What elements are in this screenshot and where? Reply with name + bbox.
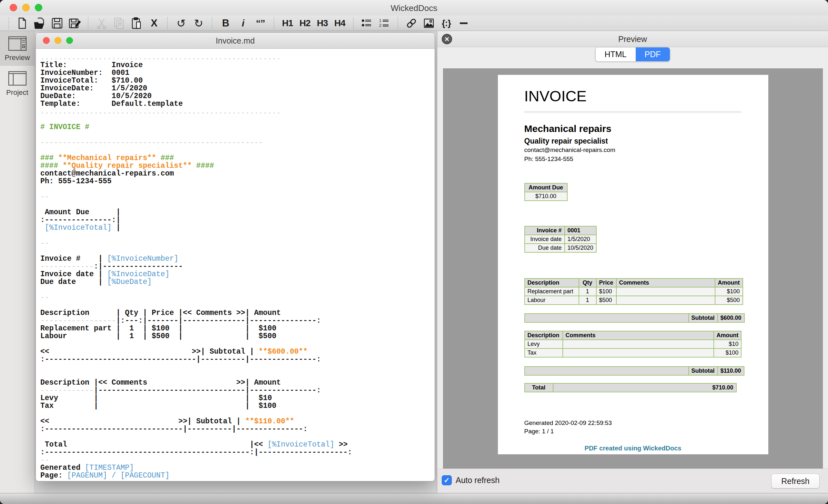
pdf-heading-rule bbox=[524, 111, 741, 113]
pdf-table-cell: Replacement part bbox=[525, 287, 579, 296]
pdf-table-cell: Amount bbox=[714, 331, 742, 340]
heading3-button[interactable]: H3 bbox=[314, 16, 331, 30]
pdf-phone: Ph: 555-1234-555 bbox=[524, 156, 573, 163]
pdf-table-cell bbox=[616, 287, 715, 296]
code-snippet-icon-label: {:} bbox=[442, 18, 451, 29]
editor-window: Invoice.md .............................… bbox=[36, 32, 435, 481]
pdf-table-cell: $500 bbox=[715, 296, 743, 305]
heading4-button-label: H4 bbox=[334, 18, 345, 29]
subtotal-value: $600.00 bbox=[718, 313, 744, 322]
pdf-items-subtotal-bar: Subtotal $600.00 bbox=[524, 313, 745, 323]
subtotal-label: Subtotal bbox=[689, 367, 718, 375]
total-value: $710.00 bbox=[553, 383, 736, 392]
pdf-table-cell: Price bbox=[596, 279, 616, 287]
pdf-page: INVOICE Mechanical repairs Quality repai… bbox=[498, 75, 768, 454]
blockquote-icon[interactable]: “” bbox=[252, 16, 269, 30]
pdf-table-cell: 10/5/2020 bbox=[565, 244, 596, 252]
sidebar: PreviewProject bbox=[0, 31, 35, 493]
delete-icon[interactable]: X bbox=[145, 16, 163, 30]
undo-icon-label: ↺ bbox=[176, 17, 185, 30]
save-icon[interactable] bbox=[48, 16, 66, 30]
svg-text:2: 2 bbox=[379, 23, 381, 28]
italic-icon[interactable]: i bbox=[234, 16, 252, 30]
heading2-button-label: H2 bbox=[299, 18, 310, 29]
save-as-icon[interactable] bbox=[66, 16, 83, 30]
preview-bottombar: ✓ Auto refresh Refresh bbox=[437, 468, 828, 493]
pdf-total-bar: Total $710.00 bbox=[524, 383, 737, 392]
toolbar-separator bbox=[398, 17, 398, 29]
pdf-table-cell: 1 bbox=[579, 296, 596, 305]
toolbar-separator bbox=[212, 17, 212, 29]
preview-title: Preview bbox=[437, 35, 828, 44]
main-window: WickedDocs X↺↻Bi“”H1H2H3H412{:} PreviewP… bbox=[0, 0, 828, 504]
toolbar-separator bbox=[353, 17, 354, 29]
auto-refresh-control[interactable]: ✓ Auto refresh bbox=[442, 475, 499, 485]
pdf-table-cell: Comments bbox=[563, 331, 714, 340]
bold-icon-label: B bbox=[222, 17, 229, 29]
toolbar-separator bbox=[88, 17, 88, 29]
pdf-company-name: Mechanical repairs bbox=[524, 123, 612, 134]
new-document-icon[interactable] bbox=[13, 16, 31, 30]
pdf-table-cell bbox=[563, 340, 714, 348]
open-document-icon[interactable] bbox=[31, 16, 48, 30]
pdf-table-cell: 0001 bbox=[565, 226, 596, 235]
pdf-table-cell: Description bbox=[525, 331, 563, 340]
preview-mode-segmented-control: HTML PDF bbox=[595, 47, 670, 61]
pdf-table-cell: 1/5/2020 bbox=[565, 235, 596, 244]
pdf-table-cell: Invoice date bbox=[525, 235, 565, 244]
image-icon[interactable] bbox=[420, 16, 438, 30]
tab-html[interactable]: HTML bbox=[595, 47, 635, 61]
editor-body: ........................................… bbox=[36, 49, 434, 481]
editor-content[interactable]: ........................................… bbox=[36, 49, 434, 481]
pdf-table-cell: $10 bbox=[714, 340, 742, 348]
document-title: Invoice.md bbox=[36, 36, 434, 45]
copy-icon bbox=[110, 16, 128, 30]
amount-due-value: $710.00 bbox=[525, 192, 567, 201]
pdf-table-cell: Qty bbox=[579, 279, 596, 287]
pdf-table-cell: Due date bbox=[525, 244, 565, 252]
pdf-fees-table: DescriptionCommentsAmountLevy$10Tax$100 bbox=[524, 331, 742, 358]
sidebar-item-project[interactable]: Project bbox=[0, 66, 35, 101]
pdf-table-cell bbox=[563, 348, 714, 357]
preview-header: ✕ Preview bbox=[437, 31, 828, 47]
heading2-button[interactable]: H2 bbox=[296, 16, 314, 30]
auto-refresh-label: Auto refresh bbox=[456, 475, 499, 485]
main-titlebar: WickedDocs bbox=[0, 0, 828, 15]
bullet-list-icon[interactable] bbox=[358, 16, 376, 30]
pdf-invoice-meta-table: Invoice #0001Invoice date1/5/2020Due dat… bbox=[524, 226, 597, 253]
toolbar-separator bbox=[274, 17, 274, 29]
heading1-button[interactable]: H1 bbox=[279, 16, 296, 30]
pdf-table-cell bbox=[616, 296, 715, 305]
sidebar-item-label: Project bbox=[0, 88, 35, 97]
cut-icon bbox=[93, 16, 110, 30]
toolbar-separator bbox=[167, 17, 168, 29]
pdf-table-cell: $100 bbox=[714, 348, 742, 357]
toolbar-separator bbox=[8, 17, 9, 29]
pdf-amount-due-table: Amount Due $710.00 bbox=[524, 183, 568, 201]
amount-due-header: Amount Due bbox=[525, 183, 567, 192]
pdf-tagline: Quality repair specialist bbox=[524, 137, 608, 145]
tab-pdf[interactable]: PDF bbox=[636, 47, 670, 61]
sidebar-item-preview[interactable]: Preview bbox=[0, 31, 35, 66]
horizontal-rule-icon[interactable] bbox=[455, 16, 472, 30]
link-icon[interactable] bbox=[403, 16, 420, 30]
redo-icon[interactable]: ↻ bbox=[190, 16, 207, 30]
paste-icon[interactable] bbox=[128, 16, 145, 30]
blockquote-icon-label: “” bbox=[256, 18, 265, 29]
bold-icon[interactable]: B bbox=[217, 16, 234, 30]
numbered-list-icon[interactable]: 12 bbox=[376, 16, 393, 30]
pdf-fees-subtotal-bar: Subtotal $110.00 bbox=[524, 366, 744, 376]
preview-panel: ✕ Preview HTML PDF INVOICE Mechanical re… bbox=[437, 31, 828, 493]
undo-icon[interactable]: ↺ bbox=[172, 16, 190, 30]
auto-refresh-checkbox[interactable]: ✓ bbox=[442, 475, 452, 485]
pdf-table-cell: Comments bbox=[616, 279, 715, 287]
sidebar-item-label: Preview bbox=[0, 53, 35, 62]
pdf-created-footer: PDF created using WickedDocs bbox=[498, 445, 768, 452]
delete-icon-label: X bbox=[151, 17, 157, 29]
pdf-contact-email: contact@mechanical-repairs.com bbox=[524, 146, 615, 154]
heading4-button[interactable]: H4 bbox=[331, 16, 348, 30]
code-snippet-icon[interactable]: {:} bbox=[438, 16, 455, 30]
preview-canvas: INVOICE Mechanical repairs Quality repai… bbox=[443, 69, 823, 468]
pdf-generated-timestamp: Generated 2020-02-09 22:59:53 bbox=[524, 419, 612, 427]
refresh-button[interactable]: Refresh bbox=[771, 474, 820, 489]
